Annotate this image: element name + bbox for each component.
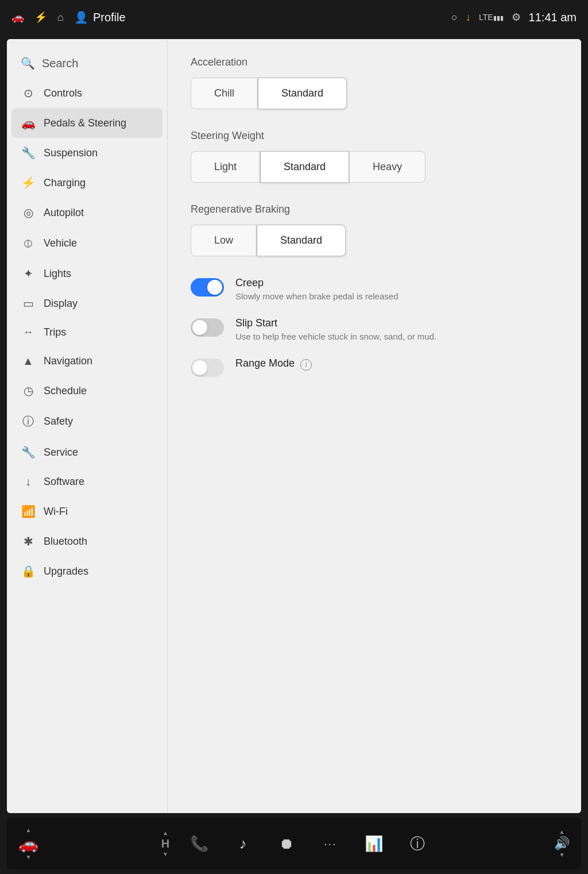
software-icon: ↓ <box>21 475 36 488</box>
taskbar: ▲ 🚗 ▼ ▲ H ▼ 📞 ♪ ⏺ ··· 📊 ⓘ ▲ <box>7 818 581 869</box>
sidebar-label-bluetooth: Bluetooth <box>44 536 87 548</box>
taskbar-left: ▲ 🚗 ▼ <box>18 827 38 860</box>
sidebar-label-wifi: Wi-Fi <box>44 506 68 518</box>
lightning-icon: ⚡ <box>34 11 47 24</box>
regen-braking-section: Regenerative Braking Low Standard <box>191 203 558 256</box>
status-left-icons: 🚗 ⚡ ⌂ 👤 Profile <box>11 10 126 24</box>
phone-button[interactable]: 📞 <box>185 830 213 857</box>
sidebar-item-autopilot[interactable]: ◎ Autopilot <box>7 198 167 228</box>
steering-toggle-group: Light Standard Heavy <box>191 151 558 183</box>
vol-up-arrow-icon: ▲ <box>559 829 565 835</box>
circle-icon: ○ <box>451 11 458 24</box>
taskbar-right: ▲ 🔊 ▼ <box>554 829 570 858</box>
regen-standard-button[interactable]: Standard <box>257 225 346 256</box>
acceleration-chill-button[interactable]: Chill <box>191 78 258 109</box>
profile-button[interactable]: 👤 Profile <box>74 10 126 24</box>
range-mode-title-row: Range Mode i <box>235 357 312 372</box>
status-right-icons: ○ ↓ LTE▮▮▮ ⚙ 11:41 am <box>451 11 577 24</box>
more-icon: ··· <box>324 837 337 850</box>
creep-toggle[interactable] <box>191 278 224 297</box>
down-arrow-icon: ▼ <box>26 854 32 860</box>
creep-row: Creep Slowly move when brake pedal is re… <box>191 277 558 301</box>
sidebar-item-suspension[interactable]: 🔧 Suspension <box>7 138 167 168</box>
sidebar-item-pedals-steering[interactable]: 🚗 Pedals & Steering <box>11 108 163 138</box>
sidebar-item-vehicle[interactable]: ⦶ Vehicle <box>7 228 167 259</box>
service-icon: 🔧 <box>21 445 36 459</box>
sidebar-item-upgrades[interactable]: 🔒 Upgrades <box>7 556 167 586</box>
main-screen: 🔍 Search ⊙ Controls 🚗 Pedals & Steering … <box>7 39 581 813</box>
camera-icon: ⏺ <box>279 835 294 853</box>
creep-thumb <box>207 280 222 295</box>
regen-low-button[interactable]: Low <box>191 225 257 256</box>
music-button[interactable]: ♪ <box>229 830 257 857</box>
slip-start-toggle[interactable] <box>191 318 224 337</box>
range-mode-toggle[interactable] <box>191 359 224 377</box>
wifi-icon: 📶 <box>21 505 36 518</box>
steering-standard-button[interactable]: Standard <box>260 151 349 183</box>
sidebar-label-navigation: Navigation <box>44 355 92 367</box>
sidebar-label-charging: Charging <box>44 177 86 189</box>
slip-start-desc: Use to help free vehicle stuck in snow, … <box>235 332 436 341</box>
sidebar-item-display[interactable]: ▭ Display <box>7 288 167 318</box>
taskbar-center: ▲ H ▼ 📞 ♪ ⏺ ··· 📊 ⓘ <box>38 830 554 857</box>
sidebar-label-autopilot: Autopilot <box>44 207 84 219</box>
acceleration-section: Acceleration Chill Standard <box>191 56 558 109</box>
sidebar-item-controls[interactable]: ⊙ Controls <box>7 78 167 108</box>
h-down-arrow-icon: ▼ <box>163 852 168 857</box>
sidebar-label-schedule: Schedule <box>44 385 87 397</box>
up-arrow-icon: ▲ <box>26 827 32 833</box>
profile-label: Profile <box>93 11 126 24</box>
vol-down-arrow-icon: ▼ <box>559 852 565 858</box>
camera-button[interactable]: ⏺ <box>273 830 300 857</box>
range-mode-title: Range Mode <box>235 357 295 369</box>
sidebar-item-lights[interactable]: ✦ Lights <box>7 259 167 288</box>
controls-icon: ⊙ <box>21 86 36 100</box>
search-item[interactable]: 🔍 Search <box>7 48 167 78</box>
steering-weight-section: Steering Weight Light Standard Heavy <box>191 130 558 183</box>
bluetooth-icon-sidebar: ✱ <box>21 534 36 548</box>
info-icon-taskbar: ⓘ <box>410 834 425 854</box>
sidebar-item-wifi[interactable]: 📶 Wi-Fi <box>7 496 167 526</box>
steering-heavy-button[interactable]: Heavy <box>349 151 425 183</box>
content-panel: Acceleration Chill Standard Steering Wei… <box>168 39 581 813</box>
sidebar-item-software[interactable]: ↓ Software <box>7 467 167 496</box>
download-icon: ↓ <box>466 11 471 24</box>
range-mode-info-icon[interactable]: i <box>300 359 312 371</box>
sidebar-label-service: Service <box>44 446 78 459</box>
display-icon: ▭ <box>21 297 36 310</box>
bluetooth-icon: ⚙ <box>512 11 521 24</box>
search-icon: 🔍 <box>21 56 35 70</box>
suspension-icon: 🔧 <box>21 146 36 160</box>
sidebar-item-trips[interactable]: ↔ Trips <box>7 318 167 346</box>
sidebar-item-schedule[interactable]: ◷ Schedule <box>7 376 167 406</box>
range-mode-row: Range Mode i <box>191 357 558 377</box>
sidebar-item-safety[interactable]: ⓘ Safety <box>7 406 167 437</box>
sidebar-label-controls: Controls <box>44 87 82 99</box>
h-up-arrow-icon: ▲ <box>163 830 168 836</box>
sidebar-label-pedals: Pedals & Steering <box>44 117 126 129</box>
more-button[interactable]: ··· <box>316 830 344 857</box>
taskbar-car-icon[interactable]: 🚗 <box>18 834 38 853</box>
upgrades-icon: 🔒 <box>21 564 36 578</box>
sidebar-item-bluetooth[interactable]: ✱ Bluetooth <box>7 526 167 556</box>
volume-icon[interactable]: 🔊 <box>554 836 570 851</box>
steering-light-button[interactable]: Light <box>191 151 260 183</box>
sidebar-item-charging[interactable]: ⚡ Charging <box>7 168 167 198</box>
schedule-icon: ◷ <box>21 384 36 398</box>
acceleration-toggle-group: Chill Standard <box>191 78 558 109</box>
regen-braking-title: Regenerative Braking <box>191 203 558 215</box>
sidebar-label-lights: Lights <box>44 268 71 280</box>
sidebar-item-service[interactable]: 🔧 Service <box>7 437 167 467</box>
navigation-icon: ▲ <box>21 355 36 368</box>
sidebar-label-safety: Safety <box>44 415 73 428</box>
info-button[interactable]: ⓘ <box>404 830 431 857</box>
sidebar-label-display: Display <box>44 298 78 310</box>
acceleration-standard-button[interactable]: Standard <box>258 78 347 109</box>
person-icon: 👤 <box>74 10 88 24</box>
sidebar-item-navigation[interactable]: ▲ Navigation <box>7 346 167 376</box>
phone-icon: 📞 <box>190 835 208 853</box>
acceleration-title: Acceleration <box>191 56 558 68</box>
safety-icon: ⓘ <box>21 414 36 429</box>
autopilot-icon: ◎ <box>21 206 36 220</box>
chart-button[interactable]: 📊 <box>360 830 388 857</box>
